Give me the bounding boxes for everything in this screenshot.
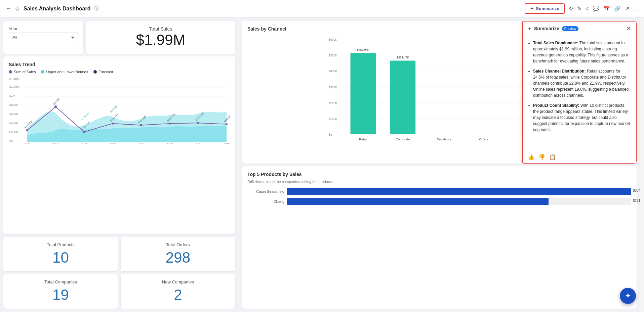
product-value-chang: $231.99K [633, 199, 640, 203]
product-bar-cajun: Cajun Seasoning $304.46K [247, 188, 631, 195]
total-sales-value: $1.99M [91, 32, 230, 48]
svg-text:$600K: $600K [329, 38, 337, 41]
product-bar-chang: Chang $231.99K [247, 198, 631, 205]
new-companies-card: New Companies 2 [121, 274, 235, 309]
top5-products-card: Top 5 Products by Sales Drill down to se… [242, 166, 637, 309]
summarize-panel: ✦ Summarize Preview ✕ Total Sales Domina… [522, 21, 637, 164]
legend-dot-bounds [41, 70, 44, 74]
svg-text:$100K: $100K [329, 117, 337, 121]
svg-text:$529.66K: $529.66K [81, 112, 90, 120]
svg-point-22 [226, 123, 228, 125]
svg-text:$1.20M: $1.20M [9, 85, 19, 88]
product-fill-chang [287, 198, 549, 205]
total-sales-card: Total Sales $1.99M [86, 21, 235, 54]
svg-text:$487.04K: $487.04K [357, 48, 369, 51]
summarize-button[interactable]: ✦ Summarize [525, 3, 564, 14]
svg-text:2025: 2025 [81, 142, 87, 144]
product-value-cajun: $304.46K [633, 189, 640, 192]
svg-text:Distributor: Distributor [437, 137, 451, 141]
more-icon[interactable]: … [633, 6, 639, 12]
summary-point-2-heading: Sales Channel Distribution: [533, 69, 586, 74]
svg-text:$400K: $400K [329, 70, 337, 73]
top5-subtitle: Drill down to see the companies selling … [247, 180, 631, 184]
svg-text:$1.40M: $1.40M [9, 77, 19, 81]
share-icon[interactable]: < [586, 6, 589, 12]
sales-trend-legend: Sum of Sales Upper and Lower Bounds Fore… [9, 70, 230, 74]
summary-point-1: Total Sales Dominance: The total sales a… [533, 40, 631, 64]
svg-point-20 [169, 123, 171, 125]
total-companies-card: Total Companies 19 [3, 274, 118, 309]
info-icon[interactable]: ⓘ [94, 6, 99, 12]
svg-text:$400K: $400K [9, 121, 18, 125]
svg-text:$200K: $200K [9, 130, 18, 134]
svg-point-15 [26, 129, 28, 131]
preview-badge: Preview [562, 26, 579, 31]
summary-point-3: Product Count Stability: With 10 distinc… [533, 102, 631, 133]
legend-label-forecast: Forecast [98, 70, 113, 74]
svg-text:Online: Online [479, 137, 488, 141]
product-fill-cajun [287, 188, 631, 195]
legend-label-bounds: Upper and Lower Bounds [46, 70, 88, 74]
svg-text:$600K: $600K [9, 112, 18, 116]
svg-text:$454.47K: $454.47K [397, 56, 409, 59]
total-companies-label: Total Companies [9, 279, 113, 284]
summarize-panel-header: ✦ Summarize Preview ✕ [523, 21, 636, 36]
total-products-value: 10 [9, 249, 113, 266]
new-companies-value: 2 [126, 286, 230, 303]
svg-text:2028: 2028 [166, 142, 173, 144]
svg-text:2024: 2024 [52, 142, 59, 144]
svg-text:$529.66K: $529.66K [110, 104, 118, 113]
total-products-label: Total Products [9, 242, 113, 247]
legend-dot-forecast [93, 70, 97, 74]
sales-trend-title: Sales Trend [9, 62, 230, 67]
thumbs-up-button[interactable]: 👍 [528, 154, 534, 160]
edit-icon[interactable]: ✎ [577, 5, 581, 12]
stats-row-2: Total Companies 19 New Companies 2 [3, 274, 235, 309]
sales-trend-card: Sales Trend Sum of Sales Upper and Lower… [3, 56, 235, 234]
product-label-cajun: Cajun Seasoning [247, 189, 284, 193]
product-label-chang: Chang [247, 199, 284, 204]
sales-trend-chart: $0 $200K $400K $600K $800K $1M $1.20M $1… [9, 77, 230, 144]
summarize-title-row: ✦ Summarize Preview [528, 26, 578, 31]
svg-text:$300K: $300K [329, 86, 337, 89]
expand-icon[interactable]: ↗ [625, 5, 629, 12]
total-sales-label: Total Sales [91, 26, 230, 32]
total-orders-label: Total Orders [126, 242, 230, 247]
total-orders-card: Total Orders 298 [121, 237, 235, 271]
thumbs-down-button[interactable]: 👎 [538, 154, 545, 160]
svg-text:2027: 2027 [138, 142, 145, 144]
right-panel: Sales by Channel $0 $100K $200K $300K $4… [239, 17, 640, 312]
summarize-label: Summarize [536, 6, 559, 11]
svg-text:2029: 2029 [195, 142, 201, 144]
svg-text:2026: 2026 [109, 142, 116, 144]
main-content: Year All Total Sales $1.99M Sales Trend … [0, 17, 644, 312]
scrollbar[interactable] [640, 17, 644, 312]
left-panel: Year All Total Sales $1.99M Sales Trend … [0, 17, 239, 312]
legend-forecast: Forecast [93, 70, 113, 74]
back-icon[interactable]: ← [5, 5, 11, 12]
legend-sum-of-sales: Sum of Sales [9, 70, 36, 74]
year-filter-label: Year [9, 26, 78, 31]
svg-text:$1.03M: $1.03M [52, 97, 61, 105]
refresh-icon[interactable]: ↻ [569, 5, 573, 12]
comment-icon[interactable]: 💬 [593, 5, 599, 12]
fab-icon: ✦ [625, 292, 631, 300]
calendar-icon[interactable]: 📅 [603, 5, 610, 12]
fab-button[interactable]: ✦ [620, 288, 636, 304]
copy-button[interactable]: 📋 [549, 154, 556, 160]
total-companies-value: 19 [9, 286, 113, 303]
svg-point-19 [140, 124, 142, 126]
product-track-chang: $231.99K [287, 198, 631, 205]
svg-point-17 [83, 131, 85, 133]
new-companies-label: New Companies [126, 279, 230, 284]
legend-dot-sum [9, 70, 12, 74]
summarize-sparkle-icon: ✦ [530, 6, 534, 11]
summarize-close-button[interactable]: ✕ [626, 25, 631, 32]
summary-point-2: Sales Channel Distribution: Retail accou… [533, 68, 631, 98]
legend-label-sum: Sum of Sales [14, 70, 36, 74]
link-icon[interactable]: 🔗 [614, 5, 621, 12]
svg-point-18 [112, 123, 114, 125]
star-icon[interactable]: ☆ [15, 5, 20, 12]
svg-rect-58 [390, 60, 416, 134]
year-filter-select[interactable]: All [9, 33, 78, 42]
